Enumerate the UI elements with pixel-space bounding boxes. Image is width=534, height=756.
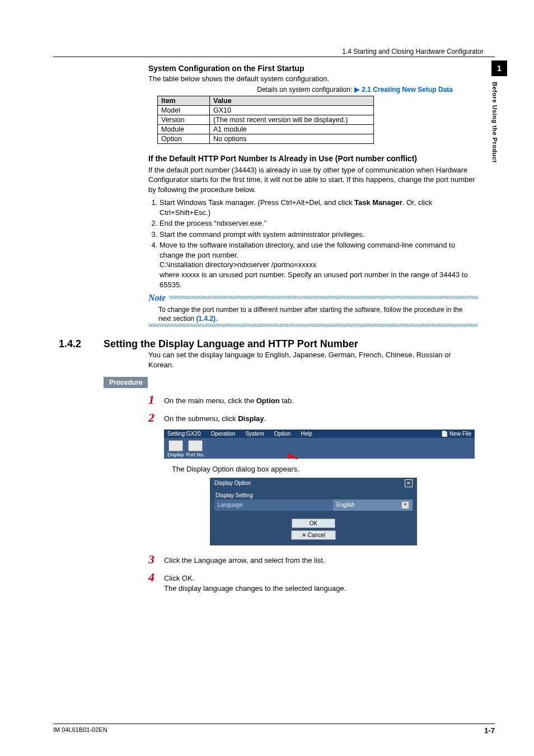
port-conflict-steps: Start Windows Task manager. (Press Ctrl+… [148, 198, 478, 290]
section-sysconfig-title: System Configuration on the First Startu… [148, 64, 478, 73]
cancel-button[interactable]: ✕ Cancel [291, 530, 336, 540]
ribbon-screenshot: Setting:GX20 Operation System Option Hel… [164, 430, 475, 459]
step-2-text: On the submenu, click Display. [164, 412, 266, 424]
menu-operation[interactable]: Operation [210, 431, 235, 437]
section-142-title: Setting the Display Language and HTTP Po… [104, 338, 358, 350]
procedure-label: Procedure [104, 377, 148, 388]
config-table: Item Value ModelGX10 Version(The most re… [157, 96, 374, 144]
menu-setting[interactable]: Setting:GX20 [167, 431, 200, 437]
step-3-text: Click the Language arrow, and select fro… [164, 553, 325, 566]
display-icon [168, 440, 183, 451]
step-4-text: Click OK. The display language changes t… [164, 571, 346, 594]
step-number-2: 2 [148, 412, 164, 424]
chapter-number: 1 [491, 60, 507, 76]
note-label: Note [148, 293, 166, 303]
language-dropdown[interactable]: English ▾ [333, 500, 413, 511]
triangle-icon: ▶ [354, 85, 362, 94]
dialog-title-text: Display Option [214, 480, 251, 486]
newfile-indicator: 📄 New File [441, 431, 471, 437]
step-item: Start Windows Task manager. (Press Ctrl+… [160, 198, 478, 217]
section-number: 1.4.2 [59, 338, 104, 350]
th-item: Item [158, 96, 210, 105]
step-number-3: 3 [148, 553, 164, 566]
menu-system[interactable]: System [245, 431, 264, 437]
step-item: End the process “ndxserver.exe.” [160, 218, 478, 228]
step-number-4: 4 [148, 571, 164, 584]
table-row: ModuleA1 module [158, 124, 374, 134]
dialog-section-label: Display Setting [210, 489, 417, 500]
step-1-text: On the main menu, click the Option tab. [164, 394, 294, 406]
details-prefix: Details on system configuration: [257, 86, 354, 94]
sysconfig-intro: The table below shows the default system… [148, 74, 478, 84]
portno-icon [188, 440, 203, 451]
th-value: Value [210, 96, 374, 105]
note-block: Note To change the port number to a diff… [148, 293, 478, 327]
section-142-intro: You can set the display language to Engl… [148, 350, 478, 370]
step-number-1: 1 [148, 394, 164, 406]
section-port-conflict-title: If the Default HTTP Port Number Is Alrea… [148, 154, 478, 163]
language-value: English [336, 502, 355, 508]
step-item: Start the command prompt with system adm… [160, 230, 478, 240]
chevron-down-icon[interactable]: ▾ [401, 501, 409, 509]
display-option-dialog: Display Option ✕ Display Setting Languag… [210, 478, 417, 545]
language-label: Language [214, 500, 333, 510]
chapter-tab: 1 Before Using the Product [491, 60, 507, 163]
menu-option[interactable]: Option [274, 431, 291, 437]
step-item: Move to the software installation direct… [160, 240, 478, 290]
close-icon[interactable]: ✕ [405, 479, 413, 487]
link-creating-setup-data[interactable]: 2.1 Creating New Setup Data [362, 86, 453, 94]
page-footer: IM 04L61B01-02EN 1-7 [53, 724, 495, 735]
doc-id: IM 04L61B01-02EN [53, 726, 107, 735]
port-conflict-intro: If the default port number (34443) is al… [148, 165, 478, 195]
chapter-title: Before Using the Product [491, 76, 498, 163]
ok-button[interactable]: OK [292, 519, 335, 528]
link-section-142[interactable]: (1.4.2). [196, 315, 217, 323]
page-header: 1.4 Starting and Closing Hardware Config… [53, 48, 495, 57]
table-row: Version(The most recent version will be … [158, 115, 374, 124]
page-number: 1-7 [484, 726, 495, 735]
dialog-caption: The Display Option dialog box appears. [172, 464, 478, 474]
menu-help[interactable]: Help [301, 431, 312, 437]
table-row: OptionNo options [158, 134, 374, 143]
ribbon-display-button[interactable]: Display [167, 440, 184, 458]
table-row: ModelGX10 [158, 105, 374, 115]
ribbon-portno-button[interactable]: Port No. [186, 440, 205, 458]
